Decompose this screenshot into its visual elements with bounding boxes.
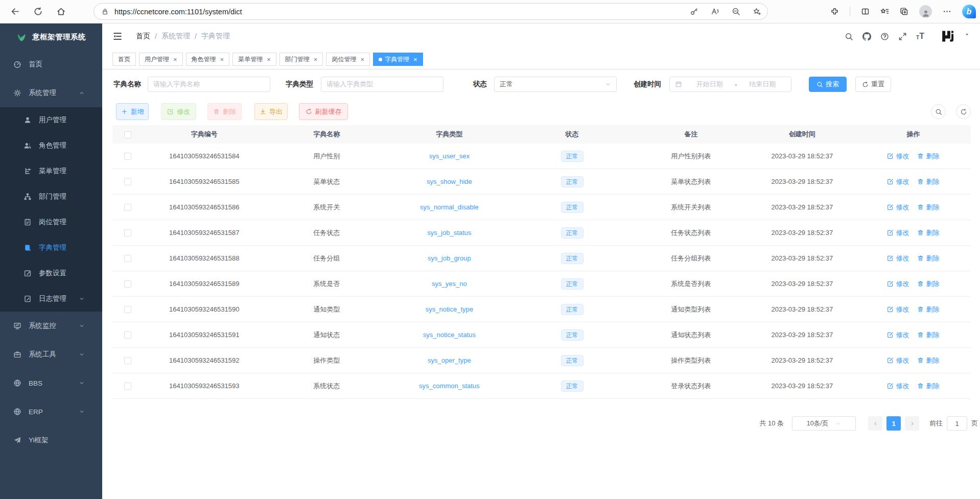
split-screen-icon[interactable] [861,7,870,16]
row-edit-link[interactable]: 修改 [887,330,909,340]
copilot-icon[interactable]: b [962,5,976,18]
more-icon[interactable] [943,7,951,16]
sidebar-item-param-settings[interactable]: 参数设置 [0,260,102,286]
prev-page-button[interactable] [868,416,882,431]
dict-type-link[interactable]: sys_job_status [427,229,471,236]
export-button[interactable]: 导出 [254,103,288,120]
tab-role-mgmt[interactable]: 角色管理× [186,53,230,66]
fullscreen-icon[interactable] [898,32,907,41]
tab-dept-mgmt[interactable]: 部门管理× [279,53,323,66]
row-checkbox[interactable] [124,357,131,364]
sidebar-item-system-monitor[interactable]: 系统监控 [0,312,102,340]
tab-user-mgmt[interactable]: 用户管理× [139,53,183,66]
sidebar-item-post-mgmt[interactable]: 岗位管理 [0,209,102,235]
row-delete-link[interactable]: 删除 [917,382,939,391]
tab-home[interactable]: 首页 [112,53,136,66]
profile-avatar[interactable] [919,5,932,18]
row-delete-link[interactable]: 删除 [917,305,939,314]
tab-post-mgmt[interactable]: 岗位管理× [326,53,370,66]
select-all-checkbox[interactable] [124,131,131,138]
sidebar-item-dept-mgmt[interactable]: 部门管理 [0,184,102,209]
close-icon[interactable]: × [360,56,364,63]
dict-type-link[interactable]: sys_common_status [419,382,480,390]
row-edit-link[interactable]: 修改 [887,152,909,161]
row-checkbox[interactable] [124,280,131,288]
refresh-icon[interactable] [33,7,43,16]
back-icon[interactable] [10,7,20,16]
sidebar-item-user-mgmt[interactable]: 用户管理 [0,107,102,133]
tab-menu-mgmt[interactable]: 菜单管理× [232,53,276,66]
sidebar-item-system-mgmt[interactable]: 系统管理 [0,79,102,107]
close-icon[interactable]: × [220,56,224,63]
collections-icon[interactable] [900,7,908,16]
sidebar-collapse-icon[interactable] [112,31,123,41]
help-icon[interactable] [880,32,889,41]
dict-type-link[interactable]: sys_oper_type [428,357,471,364]
address-bar[interactable]: https://ccnetcore.com:1101/system/dict [94,3,768,20]
dict-type-link[interactable]: sys_job_group [428,254,471,262]
row-delete-link[interactable]: 删除 [917,203,939,212]
add-favorite-icon[interactable] [753,7,761,16]
sidebar-item-menu-mgmt[interactable]: 菜单管理 [0,158,102,184]
close-icon[interactable]: × [173,56,177,63]
show-search-button[interactable] [931,104,946,119]
sidebar-item-erp[interactable]: ERP [0,397,102,426]
sidebar-item-system-tools[interactable]: 系统工具 [0,340,102,369]
favorites-icon[interactable] [880,7,889,16]
search-button[interactable]: 搜索 [809,77,847,92]
sidebar-item-yi-framework[interactable]: Yi框架 [0,426,102,455]
row-checkbox[interactable] [124,229,131,236]
delete-button[interactable]: 删除 [207,103,242,120]
lock-icon[interactable] [101,8,109,15]
dict-type-link[interactable]: sys_normal_disable [420,203,479,211]
dict-name-input[interactable]: 请输入字典名称 [148,77,270,92]
add-button[interactable]: 新增 [116,103,149,120]
page-size-select[interactable]: 10条/页 [792,416,856,431]
url-text[interactable]: https://ccnetcore.com:1101/system/dict [114,8,690,16]
edit-button[interactable]: 修改 [161,103,196,120]
key-icon[interactable] [690,7,698,16]
font-size-icon[interactable]: TT [916,32,924,40]
zoom-out-icon[interactable] [732,7,740,16]
github-icon[interactable] [862,32,871,41]
dict-type-input[interactable]: 请输入字典类型 [321,77,444,92]
goto-page-input[interactable]: 1 [947,416,967,431]
sidebar-item-role-mgmt[interactable]: 角色管理 [0,133,102,158]
row-edit-link[interactable]: 修改 [887,177,909,186]
close-icon[interactable]: × [413,56,417,63]
row-checkbox[interactable] [124,331,131,339]
row-delete-link[interactable]: 删除 [917,330,939,340]
sidebar-item-dict-mgmt[interactable]: 字典管理 [0,235,102,260]
user-menu-caret-icon[interactable] [964,32,970,37]
row-delete-link[interactable]: 删除 [917,228,939,237]
status-select[interactable]: 正常 [494,77,617,92]
row-delete-link[interactable]: 删除 [917,152,939,161]
refresh-cache-button[interactable]: 刷新缓存 [299,103,348,120]
search-icon[interactable] [845,32,853,41]
row-delete-link[interactable]: 删除 [917,177,939,186]
extensions-icon[interactable] [830,7,839,16]
row-delete-link[interactable]: 删除 [917,356,939,365]
row-delete-link[interactable]: 删除 [917,279,939,289]
row-checkbox[interactable] [124,306,131,313]
row-checkbox[interactable] [124,204,131,211]
row-checkbox[interactable] [124,178,131,185]
dict-type-link[interactable]: sys_user_sex [429,152,470,160]
row-edit-link[interactable]: 修改 [887,279,909,289]
row-edit-link[interactable]: 修改 [887,305,909,314]
dict-type-link[interactable]: sys_show_hide [427,178,472,185]
dict-type-link[interactable]: sys_yes_no [432,280,467,288]
date-range-picker[interactable]: 开始日期 - 结束日期 [669,77,791,92]
row-checkbox[interactable] [124,383,131,390]
yi-logo[interactable] [941,29,955,43]
reset-button[interactable]: 重置 [855,77,891,92]
page-number-button[interactable]: 1 [886,416,901,431]
tab-dict-mgmt[interactable]: 字典管理× [373,53,423,66]
breadcrumb-home[interactable]: 首页 [136,32,150,41]
read-aloud-icon[interactable] [711,7,719,16]
sidebar-item-home[interactable]: 首页 [0,50,102,79]
next-page-button[interactable] [905,416,919,431]
breadcrumb-system[interactable]: 系统管理 [161,32,190,41]
row-edit-link[interactable]: 修改 [887,203,909,212]
home-icon[interactable] [56,7,66,16]
